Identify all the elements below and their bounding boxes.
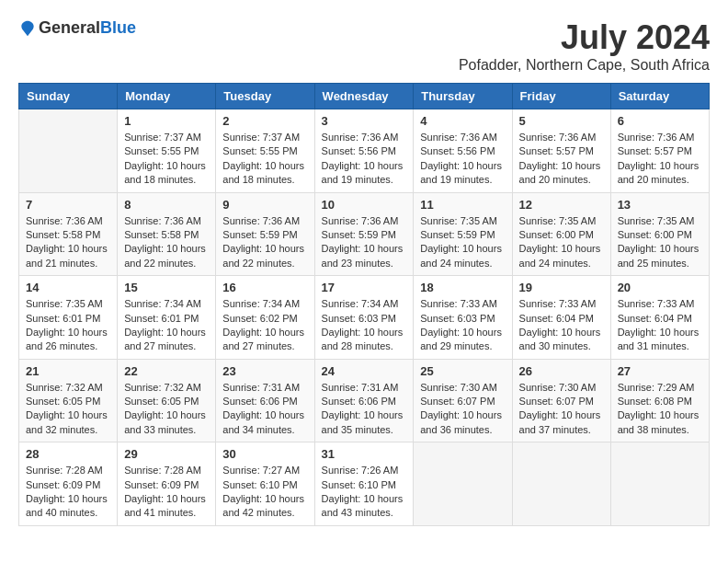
day-number: 27	[618, 364, 702, 378]
calendar-cell: 16Sunrise: 7:34 AMSunset: 6:02 PMDayligh…	[216, 276, 314, 360]
calendar-cell: 27Sunrise: 7:29 AMSunset: 6:08 PMDayligh…	[610, 359, 709, 442]
day-number: 9	[222, 198, 307, 212]
calendar-cell	[414, 442, 512, 526]
day-info: Sunrise: 7:34 AMSunset: 6:02 PMDaylight:…	[222, 297, 307, 354]
day-number: 1	[124, 114, 209, 128]
day-number: 17	[322, 281, 407, 294]
page-header: GeneralBlue July 2024 Pofadder, Northern…	[18, 18, 710, 74]
calendar-cell	[19, 109, 118, 193]
day-info: Sunrise: 7:34 AMSunset: 6:03 PMDaylight:…	[322, 297, 407, 354]
title-section: July 2024 Pofadder, Northern Cape, South…	[459, 18, 710, 74]
day-info: Sunrise: 7:35 AMSunset: 5:59 PMDaylight:…	[420, 214, 505, 271]
day-info: Sunrise: 7:30 AMSunset: 6:07 PMDaylight:…	[519, 381, 604, 438]
month-title: July 2024	[459, 18, 710, 57]
calendar-cell: 4Sunrise: 7:36 AMSunset: 5:56 PMDaylight…	[414, 109, 512, 193]
calendar-cell: 9Sunrise: 7:36 AMSunset: 5:59 PMDaylight…	[216, 192, 314, 276]
day-info: Sunrise: 7:37 AMSunset: 5:55 PMDaylight:…	[124, 131, 209, 188]
day-number: 25	[420, 364, 505, 378]
day-info: Sunrise: 7:33 AMSunset: 6:04 PMDaylight:…	[618, 297, 702, 354]
day-number: 12	[519, 198, 604, 212]
day-info: Sunrise: 7:28 AMSunset: 6:09 PMDaylight:…	[26, 464, 110, 521]
calendar-cell: 24Sunrise: 7:31 AMSunset: 6:06 PMDayligh…	[314, 359, 414, 442]
day-info: Sunrise: 7:37 AMSunset: 5:55 PMDaylight:…	[222, 131, 307, 188]
day-info: Sunrise: 7:32 AMSunset: 6:05 PMDaylight:…	[124, 381, 209, 438]
day-number: 2	[222, 114, 307, 128]
day-number: 21	[26, 364, 110, 378]
calendar-cell: 12Sunrise: 7:35 AMSunset: 6:00 PMDayligh…	[512, 192, 610, 276]
day-number: 10	[322, 198, 407, 212]
calendar-cell: 5Sunrise: 7:36 AMSunset: 5:57 PMDaylight…	[512, 109, 610, 193]
calendar-week-1: 1Sunrise: 7:37 AMSunset: 5:55 PMDaylight…	[19, 109, 710, 193]
calendar-cell: 17Sunrise: 7:34 AMSunset: 6:03 PMDayligh…	[314, 276, 414, 360]
day-number: 6	[618, 114, 702, 128]
day-info: Sunrise: 7:36 AMSunset: 5:56 PMDaylight:…	[322, 131, 407, 188]
header-row: Sunday Monday Tuesday Wednesday Thursday…	[19, 84, 710, 109]
day-number: 14	[26, 281, 110, 294]
day-info: Sunrise: 7:31 AMSunset: 6:06 PMDaylight:…	[222, 381, 307, 438]
day-info: Sunrise: 7:36 AMSunset: 5:56 PMDaylight:…	[420, 131, 505, 188]
day-number: 15	[124, 281, 209, 294]
day-info: Sunrise: 7:27 AMSunset: 6:10 PMDaylight:…	[222, 464, 307, 521]
calendar-cell: 1Sunrise: 7:37 AMSunset: 5:55 PMDaylight…	[118, 109, 216, 193]
calendar-cell: 31Sunrise: 7:26 AMSunset: 6:10 PMDayligh…	[314, 442, 414, 526]
day-number: 26	[519, 364, 604, 378]
logo: GeneralBlue	[18, 18, 136, 38]
day-number: 23	[222, 364, 307, 378]
calendar-cell: 28Sunrise: 7:28 AMSunset: 6:09 PMDayligh…	[19, 442, 118, 526]
calendar-week-5: 28Sunrise: 7:28 AMSunset: 6:09 PMDayligh…	[19, 442, 710, 526]
calendar-week-4: 21Sunrise: 7:32 AMSunset: 6:05 PMDayligh…	[19, 359, 710, 442]
calendar-cell: 3Sunrise: 7:36 AMSunset: 5:56 PMDaylight…	[314, 109, 414, 193]
day-info: Sunrise: 7:35 AMSunset: 6:00 PMDaylight:…	[519, 214, 604, 271]
calendar-table: Sunday Monday Tuesday Wednesday Thursday…	[18, 83, 710, 526]
day-info: Sunrise: 7:26 AMSunset: 6:10 PMDaylight:…	[322, 464, 407, 521]
day-info: Sunrise: 7:36 AMSunset: 5:59 PMDaylight:…	[322, 214, 407, 271]
day-number: 8	[124, 198, 209, 212]
day-number: 11	[420, 198, 505, 212]
logo-icon	[18, 19, 37, 38]
day-number: 19	[519, 281, 604, 294]
calendar-cell: 2Sunrise: 7:37 AMSunset: 5:55 PMDaylight…	[216, 109, 314, 193]
day-number: 29	[124, 447, 209, 461]
day-info: Sunrise: 7:32 AMSunset: 6:05 PMDaylight:…	[26, 381, 110, 438]
day-number: 4	[420, 114, 505, 128]
calendar-cell: 11Sunrise: 7:35 AMSunset: 5:59 PMDayligh…	[414, 192, 512, 276]
header-friday: Friday	[512, 84, 610, 109]
calendar-cell: 23Sunrise: 7:31 AMSunset: 6:06 PMDayligh…	[216, 359, 314, 442]
location-title: Pofadder, Northern Cape, South Africa	[459, 57, 710, 74]
calendar-cell: 20Sunrise: 7:33 AMSunset: 6:04 PMDayligh…	[610, 276, 709, 360]
day-number: 22	[124, 364, 209, 378]
day-info: Sunrise: 7:29 AMSunset: 6:08 PMDaylight:…	[618, 381, 702, 438]
day-info: Sunrise: 7:36 AMSunset: 5:58 PMDaylight:…	[124, 214, 209, 271]
day-info: Sunrise: 7:33 AMSunset: 6:04 PMDaylight:…	[519, 297, 604, 354]
day-info: Sunrise: 7:36 AMSunset: 5:59 PMDaylight:…	[222, 214, 307, 271]
day-number: 24	[322, 364, 407, 378]
calendar-cell	[512, 442, 610, 526]
calendar-cell: 18Sunrise: 7:33 AMSunset: 6:03 PMDayligh…	[414, 276, 512, 360]
calendar-cell: 15Sunrise: 7:34 AMSunset: 6:01 PMDayligh…	[118, 276, 216, 360]
day-info: Sunrise: 7:28 AMSunset: 6:09 PMDaylight:…	[124, 464, 209, 521]
calendar-cell: 21Sunrise: 7:32 AMSunset: 6:05 PMDayligh…	[19, 359, 118, 442]
logo-text: GeneralBlue	[39, 18, 136, 38]
calendar-cell: 10Sunrise: 7:36 AMSunset: 5:59 PMDayligh…	[314, 192, 414, 276]
header-monday: Monday	[118, 84, 216, 109]
header-tuesday: Tuesday	[216, 84, 314, 109]
header-sunday: Sunday	[19, 84, 118, 109]
calendar-cell	[610, 442, 709, 526]
day-info: Sunrise: 7:33 AMSunset: 6:03 PMDaylight:…	[420, 297, 505, 354]
calendar-cell: 30Sunrise: 7:27 AMSunset: 6:10 PMDayligh…	[216, 442, 314, 526]
calendar-cell: 25Sunrise: 7:30 AMSunset: 6:07 PMDayligh…	[414, 359, 512, 442]
day-number: 31	[322, 447, 407, 461]
day-info: Sunrise: 7:30 AMSunset: 6:07 PMDaylight:…	[420, 381, 505, 438]
calendar-cell: 7Sunrise: 7:36 AMSunset: 5:58 PMDaylight…	[19, 192, 118, 276]
calendar-cell: 8Sunrise: 7:36 AMSunset: 5:58 PMDaylight…	[118, 192, 216, 276]
day-number: 3	[322, 114, 407, 128]
day-number: 20	[618, 281, 702, 294]
day-info: Sunrise: 7:36 AMSunset: 5:57 PMDaylight:…	[618, 131, 702, 188]
calendar-cell: 6Sunrise: 7:36 AMSunset: 5:57 PMDaylight…	[610, 109, 709, 193]
calendar-cell: 26Sunrise: 7:30 AMSunset: 6:07 PMDayligh…	[512, 359, 610, 442]
header-saturday: Saturday	[610, 84, 709, 109]
header-thursday: Thursday	[414, 84, 512, 109]
day-info: Sunrise: 7:36 AMSunset: 5:58 PMDaylight:…	[26, 214, 110, 271]
header-wednesday: Wednesday	[314, 84, 414, 109]
day-number: 28	[26, 447, 110, 461]
